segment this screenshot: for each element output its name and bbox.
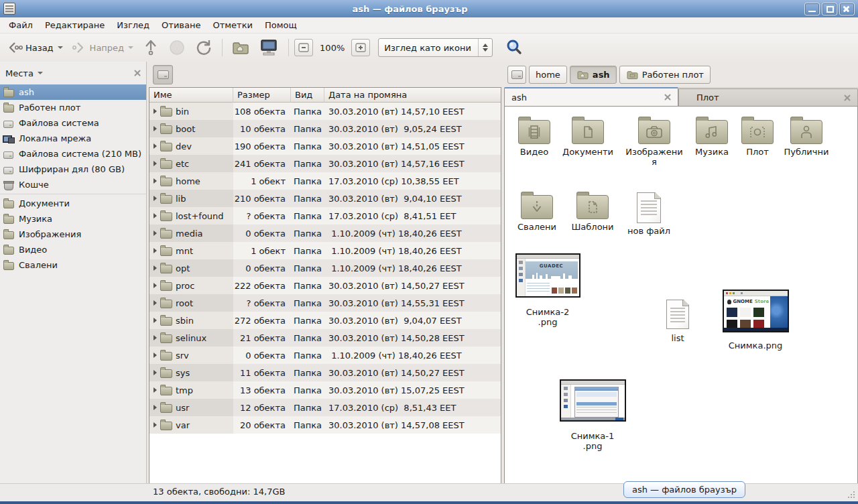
- table-row[interactable]: etc 241 обекта Папка 30.03.2010 (вт) 14,…: [149, 155, 501, 172]
- table-row[interactable]: sys 11 обекта Папка 30.03.2010 (вт) 14,5…: [149, 364, 501, 381]
- tab-ash[interactable]: ash: [504, 87, 678, 106]
- table-row[interactable]: sbin 272 обекта Папка 30.03.2010 (вт) 9,…: [149, 312, 501, 329]
- menu-item[interactable]: Отиване: [156, 19, 206, 32]
- file-item-downloads[interactable]: Свалени: [507, 191, 566, 232]
- table-row[interactable]: root ? обекта Папка 30.03.2010 (вт) 14,5…: [149, 294, 501, 312]
- up-button[interactable]: [139, 36, 163, 60]
- file-item-images[interactable]: Изображения: [625, 116, 684, 167]
- file-item-snimka1[interactable]: Снимка-1.png: [559, 379, 626, 451]
- filesystem-root-button[interactable]: [153, 65, 173, 84]
- view-mode-select[interactable]: Изглед като икони: [378, 38, 493, 57]
- table-row[interactable]: selinux 21 обекта Папка 30.03.2010 (вт) …: [149, 329, 501, 346]
- file-item-list[interactable]: list: [648, 300, 707, 343]
- sidebar-item[interactable]: Изображения: [0, 227, 146, 242]
- maximize-button[interactable]: [822, 3, 837, 15]
- back-button[interactable]: Назад: [4, 38, 67, 57]
- zoom-in-button[interactable]: [351, 39, 370, 56]
- table-row[interactable]: boot 10 обекта Папка 30.03.2010 (вт) 9,0…: [149, 120, 501, 137]
- tab-close-icon[interactable]: [664, 94, 671, 101]
- zoom-out-button[interactable]: [294, 39, 313, 56]
- path-desktop-button[interactable]: Работен плот: [619, 66, 711, 84]
- table-row[interactable]: proc 222 обекта Папка 30.03.2010 (вт) 14…: [149, 277, 501, 294]
- table-row[interactable]: lib 210 обекта Папка 30.03.2010 (вт) 9,0…: [149, 190, 501, 207]
- file-item-snimka[interactable]: GNOMEStore Снимка.png: [722, 290, 789, 351]
- table-row[interactable]: srv 0 обекта Папка 1.10.2009 (чт) 18,40,…: [149, 346, 501, 364]
- expander-icon[interactable]: [154, 213, 157, 218]
- expander-icon[interactable]: [154, 109, 157, 114]
- close-button[interactable]: [839, 3, 855, 15]
- expander-icon[interactable]: [154, 178, 157, 184]
- tab-close-icon[interactable]: [844, 94, 851, 101]
- expander-icon[interactable]: [154, 405, 157, 410]
- icon-view[interactable]: Видео Документи Изображения Музика Плот: [504, 106, 858, 484]
- combo-spinner-icon[interactable]: [478, 39, 492, 56]
- expander-icon[interactable]: [154, 126, 157, 131]
- expander-icon[interactable]: [154, 196, 157, 201]
- expander-icon[interactable]: [154, 353, 157, 358]
- file-item-video[interactable]: Видео: [505, 116, 564, 157]
- table-row[interactable]: bin 108 обекта Папка 30.03.2010 (вт) 14,…: [149, 103, 501, 120]
- file-item-public[interactable]: Публични: [777, 116, 836, 157]
- column-header-modified[interactable]: Дата на промяна: [324, 88, 501, 103]
- expander-icon[interactable]: [154, 161, 157, 166]
- expander-icon[interactable]: [154, 335, 157, 340]
- sidebar-item[interactable]: Файлова система: [0, 115, 146, 131]
- sidebar-item[interactable]: Музика: [0, 211, 146, 227]
- table-row[interactable]: home 1 обект Папка 17.03.2010 (ср) 10,38…: [149, 172, 501, 190]
- file-item-newfile[interactable]: нов файл: [619, 191, 678, 236]
- table-row[interactable]: media 0 обекта Папка 1.10.2009 (чт) 18,4…: [149, 225, 501, 242]
- sidebar-item[interactable]: ash: [0, 84, 146, 100]
- sidebar-close-button[interactable]: [134, 68, 141, 78]
- resize-grip[interactable]: [847, 490, 856, 499]
- path-current-button[interactable]: ash: [570, 66, 617, 84]
- window-list-tooltip[interactable]: ash — файлов браузър: [623, 481, 745, 498]
- minimize-button[interactable]: [804, 3, 820, 15]
- search-button[interactable]: [503, 37, 525, 58]
- table-row[interactable]: mnt 1 обект Папка 1.10.2009 (чт) 18,40,2…: [149, 242, 501, 259]
- sidebar-item[interactable]: Локална мрежа: [0, 131, 146, 146]
- expander-icon[interactable]: [154, 283, 157, 288]
- expander-icon[interactable]: [154, 143, 157, 149]
- table-row[interactable]: opt 0 обекта Папка 1.10.2009 (чт) 18,40,…: [149, 259, 501, 277]
- path-root-button[interactable]: [507, 66, 526, 84]
- expander-icon[interactable]: [154, 318, 157, 323]
- sidebar-item[interactable]: Свалени: [0, 257, 146, 273]
- sidebar-item[interactable]: Работен плот: [0, 100, 146, 115]
- forward-button[interactable]: Напред: [68, 38, 137, 57]
- expander-icon[interactable]: [154, 265, 157, 271]
- expander-icon[interactable]: [154, 387, 157, 393]
- sidebar-mode-select[interactable]: Места: [5, 68, 43, 78]
- table-row[interactable]: tmp 13 обекта Папка 30.03.2010 (вт) 15,0…: [149, 381, 501, 399]
- back-dropdown-icon[interactable]: [58, 46, 63, 49]
- menu-item[interactable]: Редактиране: [39, 19, 111, 32]
- menu-item[interactable]: Помощ: [259, 19, 303, 32]
- file-item-templates[interactable]: Шаблони: [563, 191, 622, 232]
- sidebar-item[interactable]: Файлова система (210 MB): [0, 146, 146, 162]
- sidebar-item[interactable]: Шифриран дял (80 GB): [0, 162, 146, 177]
- path-home-button[interactable]: home: [529, 66, 567, 84]
- reload-button[interactable]: [191, 36, 217, 59]
- sidebar-item[interactable]: Документи: [0, 196, 146, 211]
- tab-plot[interactable]: Плот: [678, 88, 858, 106]
- forward-dropdown-icon[interactable]: [128, 46, 133, 49]
- column-header-type[interactable]: Вид: [291, 88, 324, 103]
- stop-button[interactable]: [164, 36, 190, 59]
- table-row[interactable]: var 20 обекта Папка 30.03.2010 (вт) 14,5…: [149, 416, 501, 434]
- table-row[interactable]: dev 190 обекта Папка 30.03.2010 (вт) 14,…: [149, 137, 501, 155]
- file-item-documents[interactable]: Документи: [558, 116, 617, 157]
- expander-icon[interactable]: [154, 370, 157, 375]
- table-row[interactable]: usr 12 обекта Папка 17.03.2010 (ср) 8,51…: [149, 399, 501, 416]
- menu-item[interactable]: Файл: [3, 19, 39, 32]
- expander-icon[interactable]: [154, 231, 157, 236]
- sidebar-item[interactable]: Видео: [0, 242, 146, 257]
- expander-icon[interactable]: [154, 248, 157, 253]
- computer-button[interactable]: [255, 36, 283, 59]
- menu-item[interactable]: Изглед: [111, 19, 156, 32]
- column-header-name[interactable]: Име: [149, 88, 233, 103]
- table-row[interactable]: lost+found ? обекта Папка 17.03.2010 (ср…: [149, 207, 501, 225]
- titlebar[interactable]: ash — файлов браузър: [0, 0, 858, 17]
- home-button[interactable]: [228, 38, 253, 58]
- column-header-size[interactable]: Размер: [233, 88, 291, 103]
- menu-item[interactable]: Отметки: [206, 19, 258, 32]
- expander-icon[interactable]: [154, 300, 157, 306]
